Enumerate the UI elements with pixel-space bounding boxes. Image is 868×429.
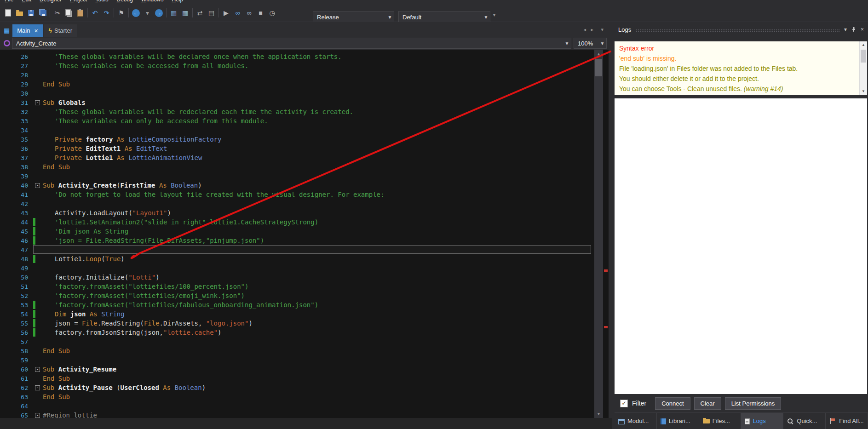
line-number[interactable]: 54: [0, 311, 32, 318]
code-line-42[interactable]: 42: [0, 199, 594, 208]
tab-scroll-right-icon[interactable]: ▸: [591, 27, 593, 33]
line-number[interactable]: 53: [0, 302, 32, 309]
toolbar-overflow-icon[interactable]: ▾: [493, 12, 495, 17]
line-number[interactable]: 52: [0, 292, 32, 299]
bookmark-button[interactable]: ⚑: [115, 7, 127, 19]
fold-column[interactable]: -: [32, 413, 43, 418]
line-number[interactable]: 50: [0, 274, 32, 281]
line-number[interactable]: 37: [0, 154, 32, 161]
line-number[interactable]: 47: [0, 246, 32, 253]
line-number[interactable]: 26: [0, 53, 32, 60]
designer-button[interactable]: ▤: [206, 7, 217, 19]
line-number[interactable]: 48: [0, 256, 32, 263]
menu-designer[interactable]: Designer: [40, 0, 62, 4]
code-line-52[interactable]: 52'factory.fromAsset("lottiefiles/emoji_…: [0, 291, 594, 300]
line-number[interactable]: 46: [0, 237, 32, 244]
deploy-configuration-select[interactable]: Default ▼: [398, 11, 490, 23]
code-line-64[interactable]: 64: [0, 401, 594, 411]
code-line-43[interactable]: 43Activity.LoadLayout("Layout1"): [0, 208, 594, 217]
line-number[interactable]: 43: [0, 210, 32, 217]
save-all-button[interactable]: [37, 7, 48, 19]
code-line-48[interactable]: 48Lottie1.Loop(True): [0, 254, 594, 263]
code-line-46[interactable]: 46'json = File.ReadString(File.DirAssets…: [0, 236, 594, 245]
code-line-31[interactable]: 31-Sub Globals: [0, 98, 594, 107]
tab-scroll-left-icon[interactable]: ◂: [583, 27, 586, 33]
bottom-tab-files[interactable]: Files...: [699, 413, 742, 429]
scroll-down-icon[interactable]: ▼: [860, 88, 867, 95]
scrollbar-thumb[interactable]: [861, 50, 866, 63]
line-number[interactable]: 55: [0, 320, 32, 327]
scroll-down-icon[interactable]: ▼: [594, 410, 603, 418]
bottom-tab-libraries[interactable]: Librari...: [657, 413, 699, 429]
fold-column[interactable]: -: [32, 385, 43, 390]
pin-icon[interactable]: [851, 27, 857, 32]
fold-column[interactable]: -: [32, 367, 43, 372]
code-line-32[interactable]: 32'These global variables will be redecl…: [0, 107, 594, 116]
code-line-41[interactable]: 41'Do not forget to load the layout file…: [0, 190, 594, 199]
menu-project[interactable]: Project: [70, 0, 87, 4]
wireless-connect-button[interactable]: ∞: [243, 7, 255, 19]
compile-release-button[interactable]: ▦: [179, 7, 191, 19]
scroll-up-icon[interactable]: ▲: [594, 50, 603, 58]
line-number[interactable]: 28: [0, 72, 32, 79]
code-line-28[interactable]: 28: [0, 70, 594, 80]
line-number[interactable]: 33: [0, 118, 32, 125]
messages-scrollbar[interactable]: ▲ ▼: [859, 41, 867, 95]
code-line-33[interactable]: 33'These variables can only be accessed …: [0, 116, 594, 126]
line-number[interactable]: 64: [0, 403, 32, 410]
line-number[interactable]: 40: [0, 182, 32, 189]
line-number[interactable]: 36: [0, 145, 32, 152]
menu-windows[interactable]: Windows: [141, 0, 164, 4]
fold-collapse-icon[interactable]: -: [35, 183, 40, 188]
close-icon[interactable]: ×: [861, 27, 864, 32]
close-tab-icon[interactable]: ×: [34, 28, 38, 34]
list-permissions-button[interactable]: List Permissions: [725, 397, 782, 410]
code-line-40[interactable]: 40-Sub Activity_Create(FirstTime As Bool…: [0, 181, 594, 190]
zoom-select[interactable]: 100% ▼: [574, 38, 607, 49]
line-number[interactable]: 38: [0, 164, 32, 171]
paste-button[interactable]: [75, 7, 86, 19]
bottom-tab-quick[interactable]: Quick...: [783, 413, 826, 429]
code-line-55[interactable]: 55json = File.ReadString(File.DirAssets,…: [0, 319, 594, 328]
line-number[interactable]: 61: [0, 375, 32, 382]
scrollbar-thumb[interactable]: [595, 59, 602, 76]
sync-files-button[interactable]: ⇄: [194, 7, 206, 19]
line-number[interactable]: 44: [0, 219, 32, 226]
open-file-button[interactable]: [14, 7, 25, 19]
scroll-up-icon[interactable]: ▲: [860, 41, 867, 49]
code-line-29[interactable]: 29End Sub: [0, 80, 594, 89]
fold-column[interactable]: -: [32, 183, 43, 188]
run-button[interactable]: ▶: [220, 7, 232, 19]
code-line-26[interactable]: 26'These global variables will be declar…: [0, 52, 594, 61]
fold-collapse-icon[interactable]: -: [35, 367, 40, 372]
cut-button[interactable]: ✂: [52, 7, 63, 19]
menu-tools[interactable]: Tools: [95, 0, 108, 4]
line-number[interactable]: 56: [0, 329, 32, 336]
code-line-58[interactable]: 58End Sub: [0, 346, 594, 355]
code-line-35[interactable]: 35Private factory As LottieCompositionFa…: [0, 135, 594, 144]
code-line-44[interactable]: 44'lottie1.SetAnimation2("slide_in_right…: [0, 217, 594, 227]
fold-column[interactable]: -: [32, 100, 43, 105]
line-number[interactable]: 58: [0, 348, 32, 355]
code-line-62[interactable]: 62-Sub Activity_Pause (UserClosed As Boo…: [0, 383, 594, 392]
build-configuration-select[interactable]: Release ▼: [313, 11, 394, 23]
panel-drag-grip[interactable]: [636, 29, 840, 33]
code-line-34[interactable]: 34: [0, 126, 594, 135]
line-number[interactable]: 39: [0, 173, 32, 180]
navigate-back-button[interactable]: ←: [130, 7, 142, 19]
bottom-tab-find[interactable]: Find All...: [826, 413, 868, 429]
code-line-49[interactable]: 49: [0, 263, 594, 273]
code-line-56[interactable]: 56factory.fromJsonString(json,"lottie.ca…: [0, 328, 594, 337]
profiler-button[interactable]: ◷: [266, 7, 278, 19]
code-line-60[interactable]: 60-Sub Activity_Resume: [0, 365, 594, 374]
save-button[interactable]: [25, 7, 37, 19]
fold-collapse-icon[interactable]: -: [35, 385, 40, 390]
bottom-tab-logs[interactable]: Logs: [741, 413, 783, 429]
chevron-down-icon[interactable]: ▼: [386, 15, 394, 20]
code-line-47[interactable]: 47: [0, 245, 594, 254]
tab-list-dropdown-icon[interactable]: ▾: [601, 27, 604, 33]
undo-button[interactable]: ↶: [89, 7, 101, 19]
code-line-39[interactable]: 39: [0, 172, 594, 181]
redo-button[interactable]: ↷: [101, 7, 112, 19]
bottom-tab-modules[interactable]: Modul...: [615, 413, 657, 429]
